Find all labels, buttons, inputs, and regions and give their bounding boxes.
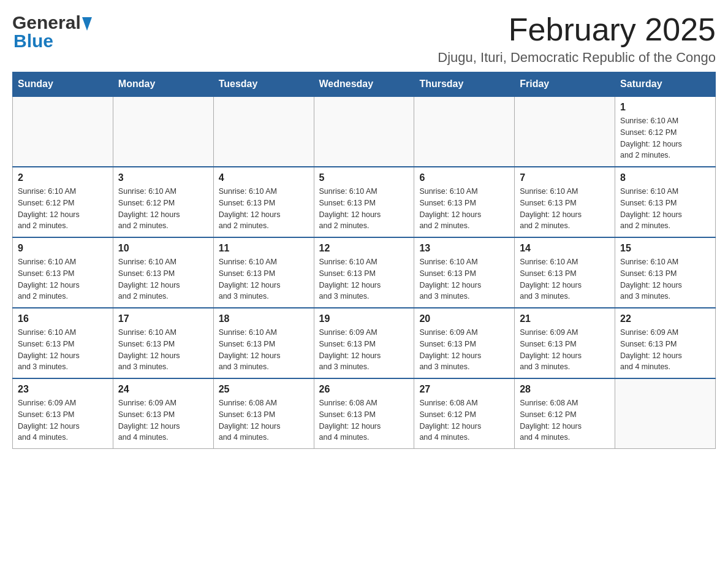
day-number: 22 [620, 313, 710, 324]
day-number: 18 [219, 313, 309, 324]
calendar-cell: 15Sunrise: 6:10 AM Sunset: 6:13 PM Dayli… [615, 237, 716, 308]
calendar-table: Sunday Monday Tuesday Wednesday Thursday… [12, 72, 716, 449]
day-info: Sunrise: 6:10 AM Sunset: 6:13 PM Dayligh… [118, 327, 208, 373]
day-number: 27 [419, 384, 509, 395]
day-info: Sunrise: 6:10 AM Sunset: 6:12 PM Dayligh… [118, 186, 208, 232]
day-info: Sunrise: 6:08 AM Sunset: 6:13 PM Dayligh… [319, 397, 409, 443]
day-info: Sunrise: 6:10 AM Sunset: 6:13 PM Dayligh… [118, 256, 208, 302]
day-info: Sunrise: 6:10 AM Sunset: 6:13 PM Dayligh… [520, 256, 610, 302]
page-header: General Blue February 2025 Djugu, Ituri,… [12, 12, 716, 66]
calendar-cell: 17Sunrise: 6:10 AM Sunset: 6:13 PM Dayli… [113, 308, 213, 378]
calendar-cell: 4Sunrise: 6:10 AM Sunset: 6:13 PM Daylig… [213, 167, 314, 237]
day-number: 2 [18, 172, 108, 183]
logo-triangle-icon [82, 13, 94, 32]
day-number: 5 [319, 172, 409, 183]
day-number: 10 [118, 243, 208, 254]
header-wednesday: Wednesday [314, 72, 414, 97]
calendar-cell: 13Sunrise: 6:10 AM Sunset: 6:13 PM Dayli… [414, 237, 515, 308]
logo-general-text: General [12, 12, 81, 33]
day-info: Sunrise: 6:09 AM Sunset: 6:13 PM Dayligh… [319, 327, 409, 373]
calendar-cell: 12Sunrise: 6:10 AM Sunset: 6:13 PM Dayli… [314, 237, 414, 308]
day-info: Sunrise: 6:10 AM Sunset: 6:13 PM Dayligh… [419, 186, 509, 232]
day-number: 12 [319, 243, 409, 254]
day-number: 13 [419, 243, 509, 254]
title-block: February 2025 Djugu, Ituri, Democratic R… [438, 12, 716, 66]
day-info: Sunrise: 6:09 AM Sunset: 6:13 PM Dayligh… [520, 327, 610, 373]
calendar-week-row-1: 1Sunrise: 6:10 AM Sunset: 6:12 PM Daylig… [13, 96, 716, 167]
day-info: Sunrise: 6:10 AM Sunset: 6:13 PM Dayligh… [620, 186, 710, 232]
day-info: Sunrise: 6:10 AM Sunset: 6:13 PM Dayligh… [219, 256, 309, 302]
day-number: 19 [319, 313, 409, 324]
day-info: Sunrise: 6:10 AM Sunset: 6:12 PM Dayligh… [620, 115, 710, 161]
calendar-cell [213, 96, 314, 167]
day-info: Sunrise: 6:08 AM Sunset: 6:13 PM Dayligh… [219, 397, 309, 443]
day-info: Sunrise: 6:09 AM Sunset: 6:13 PM Dayligh… [118, 397, 208, 443]
day-number: 21 [520, 313, 610, 324]
day-number: 9 [18, 243, 108, 254]
day-info: Sunrise: 6:10 AM Sunset: 6:13 PM Dayligh… [319, 256, 409, 302]
day-number: 15 [620, 243, 710, 254]
day-number: 23 [18, 384, 108, 395]
calendar-cell [13, 96, 113, 167]
header-tuesday: Tuesday [213, 72, 314, 97]
calendar-cell: 5Sunrise: 6:10 AM Sunset: 6:13 PM Daylig… [314, 167, 414, 237]
day-number: 16 [18, 313, 108, 324]
day-number: 1 [620, 102, 710, 113]
calendar-cell: 11Sunrise: 6:10 AM Sunset: 6:13 PM Dayli… [213, 237, 314, 308]
day-number: 3 [118, 172, 208, 183]
day-info: Sunrise: 6:09 AM Sunset: 6:13 PM Dayligh… [419, 327, 509, 373]
calendar-cell [314, 96, 414, 167]
day-info: Sunrise: 6:10 AM Sunset: 6:13 PM Dayligh… [419, 256, 509, 302]
day-info: Sunrise: 6:10 AM Sunset: 6:13 PM Dayligh… [219, 327, 309, 373]
calendar-cell: 8Sunrise: 6:10 AM Sunset: 6:13 PM Daylig… [615, 167, 716, 237]
calendar-cell: 16Sunrise: 6:10 AM Sunset: 6:13 PM Dayli… [13, 308, 113, 378]
calendar-cell: 25Sunrise: 6:08 AM Sunset: 6:13 PM Dayli… [213, 378, 314, 449]
calendar-cell: 7Sunrise: 6:10 AM Sunset: 6:13 PM Daylig… [515, 167, 615, 237]
day-info: Sunrise: 6:10 AM Sunset: 6:13 PM Dayligh… [18, 327, 108, 373]
day-number: 28 [520, 384, 610, 395]
calendar-week-row-4: 16Sunrise: 6:10 AM Sunset: 6:13 PM Dayli… [13, 308, 716, 378]
calendar-week-row-3: 9Sunrise: 6:10 AM Sunset: 6:13 PM Daylig… [13, 237, 716, 308]
calendar-cell: 21Sunrise: 6:09 AM Sunset: 6:13 PM Dayli… [515, 308, 615, 378]
calendar-cell: 19Sunrise: 6:09 AM Sunset: 6:13 PM Dayli… [314, 308, 414, 378]
day-number: 11 [219, 243, 309, 254]
logo: General Blue [12, 12, 94, 52]
day-number: 20 [419, 313, 509, 324]
day-info: Sunrise: 6:10 AM Sunset: 6:12 PM Dayligh… [18, 186, 108, 232]
logo-blue-text: Blue [13, 31, 53, 52]
day-info: Sunrise: 6:10 AM Sunset: 6:13 PM Dayligh… [620, 256, 710, 302]
calendar-cell: 14Sunrise: 6:10 AM Sunset: 6:13 PM Dayli… [515, 237, 615, 308]
header-thursday: Thursday [414, 72, 515, 97]
calendar-cell: 18Sunrise: 6:10 AM Sunset: 6:13 PM Dayli… [213, 308, 314, 378]
day-info: Sunrise: 6:10 AM Sunset: 6:13 PM Dayligh… [18, 256, 108, 302]
day-number: 6 [419, 172, 509, 183]
calendar-week-row-2: 2Sunrise: 6:10 AM Sunset: 6:12 PM Daylig… [13, 167, 716, 237]
calendar-cell [414, 96, 515, 167]
header-friday: Friday [515, 72, 615, 97]
calendar-cell: 1Sunrise: 6:10 AM Sunset: 6:12 PM Daylig… [615, 96, 716, 167]
calendar-cell: 23Sunrise: 6:09 AM Sunset: 6:13 PM Dayli… [13, 378, 113, 449]
calendar-cell: 2Sunrise: 6:10 AM Sunset: 6:12 PM Daylig… [13, 167, 113, 237]
calendar-header-row: Sunday Monday Tuesday Wednesday Thursday… [13, 72, 716, 97]
day-number: 7 [520, 172, 610, 183]
day-info: Sunrise: 6:09 AM Sunset: 6:13 PM Dayligh… [18, 397, 108, 443]
header-saturday: Saturday [615, 72, 716, 97]
day-info: Sunrise: 6:09 AM Sunset: 6:13 PM Dayligh… [620, 327, 710, 373]
day-number: 24 [118, 384, 208, 395]
day-info: Sunrise: 6:08 AM Sunset: 6:12 PM Dayligh… [520, 397, 610, 443]
calendar-cell: 3Sunrise: 6:10 AM Sunset: 6:12 PM Daylig… [113, 167, 213, 237]
day-number: 26 [319, 384, 409, 395]
calendar-cell: 9Sunrise: 6:10 AM Sunset: 6:13 PM Daylig… [13, 237, 113, 308]
calendar-cell: 6Sunrise: 6:10 AM Sunset: 6:13 PM Daylig… [414, 167, 515, 237]
calendar-cell: 10Sunrise: 6:10 AM Sunset: 6:13 PM Dayli… [113, 237, 213, 308]
calendar-cell: 28Sunrise: 6:08 AM Sunset: 6:12 PM Dayli… [515, 378, 615, 449]
day-number: 17 [118, 313, 208, 324]
day-info: Sunrise: 6:10 AM Sunset: 6:13 PM Dayligh… [319, 186, 409, 232]
calendar-cell: 26Sunrise: 6:08 AM Sunset: 6:13 PM Dayli… [314, 378, 414, 449]
location-subtitle: Djugu, Ituri, Democratic Republic of the… [438, 50, 716, 66]
day-number: 14 [520, 243, 610, 254]
day-info: Sunrise: 6:08 AM Sunset: 6:12 PM Dayligh… [419, 397, 509, 443]
calendar-cell [113, 96, 213, 167]
calendar-week-row-5: 23Sunrise: 6:09 AM Sunset: 6:13 PM Dayli… [13, 378, 716, 449]
header-monday: Monday [113, 72, 213, 97]
